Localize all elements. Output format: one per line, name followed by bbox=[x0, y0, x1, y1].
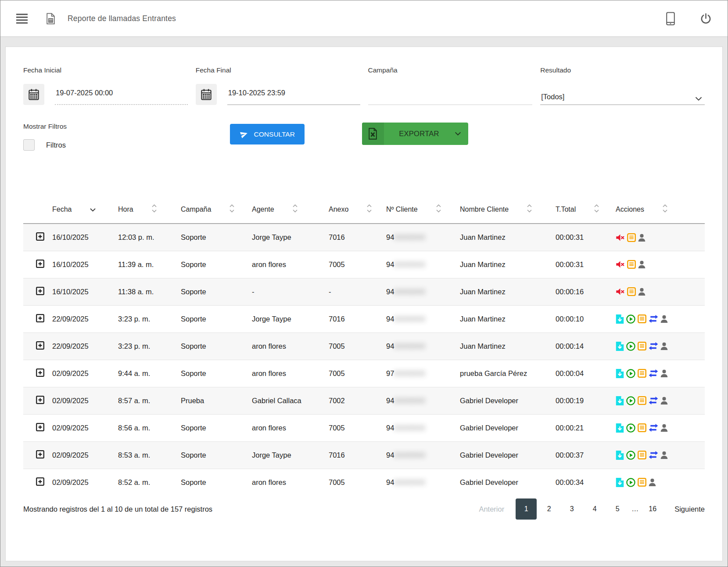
play-audio-icon[interactable] bbox=[626, 314, 635, 324]
call-detail-icon[interactable] bbox=[638, 314, 646, 323]
contact-icon[interactable] bbox=[660, 315, 668, 323]
pagination-previous[interactable]: Anterior bbox=[479, 505, 504, 513]
column-header-agente[interactable]: Agente bbox=[252, 196, 329, 224]
column-header-t-total[interactable]: T.Total bbox=[556, 196, 616, 224]
call-detail-icon[interactable] bbox=[638, 342, 646, 350]
play-audio-icon[interactable] bbox=[626, 423, 635, 433]
download-audio-icon[interactable] bbox=[616, 451, 624, 460]
column-header-acciones[interactable]: Acciones bbox=[616, 196, 705, 224]
hamburger-menu-icon[interactable] bbox=[16, 14, 28, 24]
sort-both-icon bbox=[527, 204, 532, 214]
contact-icon[interactable] bbox=[660, 397, 668, 404]
download-audio-icon[interactable] bbox=[616, 423, 624, 433]
pagination-page-1[interactable]: 1 bbox=[516, 498, 537, 520]
download-audio-icon[interactable] bbox=[616, 369, 624, 378]
play-audio-icon[interactable] bbox=[626, 342, 635, 351]
call-detail-icon[interactable] bbox=[638, 478, 646, 487]
cell-acciones bbox=[616, 251, 705, 278]
cell-cliente: 940000000 bbox=[386, 332, 460, 360]
play-audio-icon[interactable] bbox=[626, 478, 635, 487]
transfer-icon[interactable] bbox=[649, 315, 658, 323]
play-audio-icon[interactable] bbox=[626, 369, 635, 378]
call-detail-icon[interactable] bbox=[638, 423, 646, 432]
download-audio-icon[interactable] bbox=[616, 478, 624, 487]
fecha-inicial-calendar-button[interactable] bbox=[23, 84, 44, 105]
exportar-button[interactable]: EXPORTAR bbox=[362, 123, 468, 145]
pagination-page-5[interactable]: 5 bbox=[607, 498, 628, 520]
expand-row-icon[interactable] bbox=[36, 314, 45, 323]
transfer-icon[interactable] bbox=[649, 424, 658, 432]
cell-campana: Prueba bbox=[181, 387, 252, 414]
fecha-final-input[interactable] bbox=[227, 84, 360, 105]
column-header-campa-a[interactable]: Campaña bbox=[181, 196, 252, 224]
expand-row-icon[interactable] bbox=[36, 368, 45, 377]
column-header-n-cliente[interactable]: Nº Cliente bbox=[386, 196, 460, 224]
filtros-checkbox-label[interactable]: Filtros bbox=[46, 141, 66, 149]
contact-icon[interactable] bbox=[638, 288, 646, 296]
call-detail-icon[interactable] bbox=[638, 396, 646, 405]
cell-agente: Jorge Taype bbox=[252, 224, 329, 251]
table-row: 02/09/20258:52 a. m.Soportearon flores70… bbox=[23, 469, 705, 496]
mute-audio-icon[interactable] bbox=[616, 288, 625, 296]
expand-row-icon[interactable] bbox=[36, 286, 45, 296]
expand-row-icon[interactable] bbox=[36, 423, 45, 432]
cell-anexo: - bbox=[329, 278, 386, 305]
pagination-page-3[interactable]: 3 bbox=[561, 498, 582, 520]
contact-icon[interactable] bbox=[660, 451, 668, 459]
cell-hora: 8:52 a. m. bbox=[118, 469, 181, 496]
expand-row-icon[interactable] bbox=[36, 341, 45, 350]
call-detail-icon[interactable] bbox=[638, 451, 646, 459]
call-detail-icon[interactable] bbox=[638, 369, 646, 378]
expand-row-icon[interactable] bbox=[36, 259, 45, 268]
contact-icon[interactable] bbox=[660, 342, 668, 350]
download-audio-icon[interactable] bbox=[616, 342, 624, 351]
exportar-block: EXPORTAR bbox=[368, 123, 533, 151]
contact-icon[interactable] bbox=[649, 478, 656, 486]
download-audio-icon[interactable] bbox=[616, 396, 624, 405]
cell-hora: 12:03 p. m. bbox=[118, 224, 181, 251]
pagination-page-4[interactable]: 4 bbox=[584, 498, 605, 520]
filtros-checkbox[interactable] bbox=[23, 139, 35, 151]
expand-row-icon[interactable] bbox=[36, 232, 45, 241]
table-row: 02/09/20259:44 a. m.Soportearon flores70… bbox=[23, 360, 705, 387]
pagination-next[interactable]: Siguiente bbox=[674, 505, 705, 513]
column-header-nombre-cliente[interactable]: Nombre Cliente bbox=[460, 196, 556, 224]
cell-t-total: 00:00:10 bbox=[556, 305, 616, 332]
transfer-icon[interactable] bbox=[649, 397, 658, 404]
mute-audio-icon[interactable] bbox=[616, 260, 625, 268]
contact-icon[interactable] bbox=[638, 260, 646, 268]
pagination-page-16[interactable]: 16 bbox=[642, 498, 663, 520]
call-detail-icon[interactable] bbox=[627, 233, 636, 242]
expand-row-icon[interactable] bbox=[36, 477, 45, 486]
call-detail-icon[interactable] bbox=[627, 260, 636, 269]
contact-icon[interactable] bbox=[638, 234, 646, 242]
contact-icon[interactable] bbox=[660, 369, 668, 377]
call-detail-icon[interactable] bbox=[627, 287, 636, 296]
mute-audio-icon[interactable] bbox=[616, 234, 625, 242]
play-audio-icon[interactable] bbox=[626, 396, 635, 405]
power-icon[interactable] bbox=[700, 13, 712, 25]
consultar-button[interactable]: CONSULTAR bbox=[230, 124, 305, 144]
expand-row-icon[interactable] bbox=[36, 450, 45, 459]
cell-campana: Soporte bbox=[181, 469, 252, 496]
mobile-phone-icon[interactable] bbox=[666, 12, 675, 25]
cell-cliente: 940000000 bbox=[386, 305, 460, 332]
download-audio-icon[interactable] bbox=[616, 314, 624, 324]
campana-input[interactable] bbox=[368, 84, 533, 105]
contact-icon[interactable] bbox=[660, 424, 668, 432]
sort-both-icon bbox=[594, 204, 599, 214]
expand-row-icon[interactable] bbox=[36, 395, 45, 404]
fecha-inicial-input[interactable] bbox=[55, 84, 188, 105]
column-header-fecha[interactable]: Fecha bbox=[52, 196, 118, 224]
resultado-select[interactable]: [Todos] bbox=[540, 84, 705, 105]
play-audio-icon[interactable] bbox=[626, 451, 635, 460]
column-header-hora[interactable]: Hora bbox=[118, 196, 181, 224]
pagination-page-2[interactable]: 2 bbox=[538, 498, 559, 520]
fecha-final-calendar-button[interactable] bbox=[196, 84, 217, 105]
transfer-icon[interactable] bbox=[649, 369, 658, 377]
cell-hora: 3:23 p. m. bbox=[118, 305, 181, 332]
cell-fecha: 16/10/2025 bbox=[52, 278, 118, 305]
transfer-icon[interactable] bbox=[649, 451, 658, 459]
transfer-icon[interactable] bbox=[649, 342, 658, 350]
column-header-anexo[interactable]: Anexo bbox=[329, 196, 386, 224]
